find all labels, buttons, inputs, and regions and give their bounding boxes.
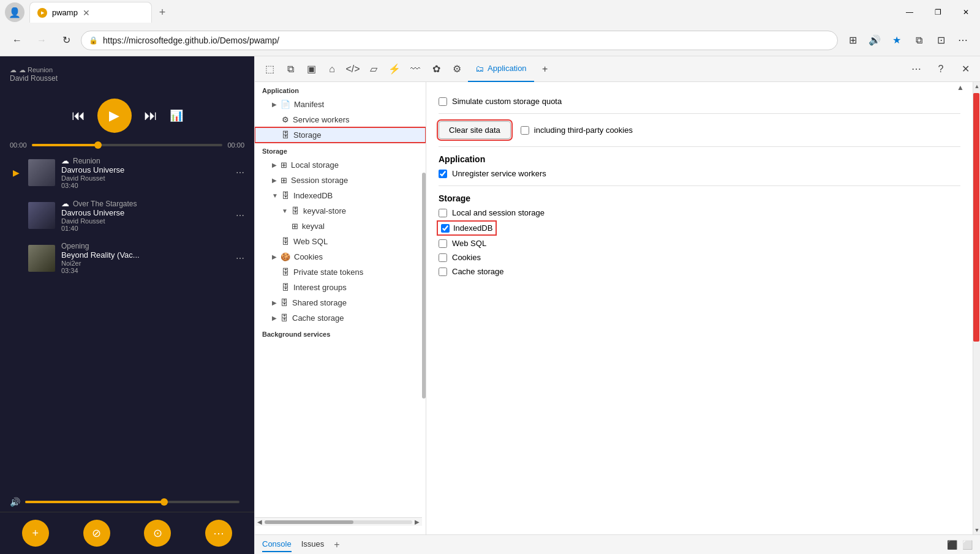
sidebar-item-local-storage[interactable]: ▶ ⊞ Local storage	[255, 157, 426, 173]
workspaces-btn[interactable]: ⊡	[931, 31, 951, 50]
storage-icon: 🗄	[282, 130, 290, 140]
track-menu-btn[interactable]: ⋯	[236, 168, 244, 178]
more-btn[interactable]: ⋯	[205, 520, 232, 547]
back-btn[interactable]: ←	[7, 31, 27, 50]
shared-storage-icon: 🗄	[281, 298, 288, 307]
indexeddb-checkbox[interactable]	[441, 224, 450, 233]
elements-tool-btn[interactable]: </>	[343, 59, 363, 79]
add-panel-btn[interactable]: +	[535, 59, 555, 79]
unregister-workers-checkbox[interactable]	[439, 170, 447, 178]
tab-console[interactable]: Console	[262, 537, 292, 552]
track-menu-btn[interactable]: ⋯	[236, 211, 244, 220]
cookies-checkbox[interactable]	[439, 253, 447, 262]
tab-application[interactable]: 🗂 Application	[468, 56, 534, 82]
scroll-up-arrow[interactable]: ▲	[957, 83, 964, 92]
service-workers-icon: ⚙	[282, 115, 289, 124]
settings-tool-btn[interactable]: ⚙	[447, 59, 467, 79]
sidebar-item-cache-storage[interactable]: ▶ 🗄 Cache storage	[255, 310, 426, 326]
dock-btn[interactable]: ⬛	[947, 540, 957, 550]
local-storage-icon: ⊞	[281, 160, 287, 170]
undock-btn[interactable]: ⬜	[962, 540, 973, 550]
network-tool-btn[interactable]: 〰	[405, 59, 425, 79]
list-item[interactable]: ▶ ☁ Reunion Davrous Universe David Rouss…	[5, 151, 249, 194]
tab-issues[interactable]: Issues	[301, 537, 325, 552]
sidebar-item-session-storage[interactable]: ▶ ⊞ Session storage	[255, 173, 426, 188]
scroll-down-btn[interactable]: ▼	[973, 526, 980, 534]
cache-storage-label: Cache storage	[452, 267, 504, 276]
scrollbar-thumb[interactable]	[973, 93, 979, 342]
scroll-left-btn[interactable]: ◀	[257, 518, 262, 525]
browser-tab[interactable]: pwamp ✕	[29, 2, 152, 23]
next-btn[interactable]: ⏭	[144, 108, 157, 124]
sidebar-label: Storage	[293, 130, 322, 140]
sidebar-item-manifest[interactable]: ▶ 📄 Manifest	[255, 97, 426, 112]
list-item[interactable]: ▶ ☁ Over The Stargates Davrous Universe …	[5, 194, 249, 237]
sidebar-item-indexeddb[interactable]: ▼ 🗄 IndexedDB	[255, 188, 426, 203]
sidebar-item-keyval-store[interactable]: ▼ 🗄 keyval-store	[255, 203, 426, 219]
close-window-btn[interactable]: ✕	[952, 2, 980, 22]
track-play-icon: ▶	[10, 253, 22, 263]
forward-btn[interactable]: →	[32, 31, 51, 50]
include-cookies-checkbox[interactable]	[521, 126, 529, 135]
home-tool-btn[interactable]: ⌂	[322, 59, 342, 79]
waveform-icon: 📊	[170, 109, 183, 122]
sidebar-item-shared-storage[interactable]: ▶ 🗄 Shared storage	[255, 295, 426, 310]
maximize-btn[interactable]: ❐	[924, 2, 952, 22]
performance-tool-btn[interactable]: ✿	[426, 59, 446, 79]
cache-storage-checkbox[interactable]	[439, 268, 447, 276]
expand-icon: ▶	[272, 253, 277, 260]
sidebar-item-cookies[interactable]: ▶ 🍪 Cookies	[255, 249, 426, 264]
shuffle-btn[interactable]: ⊘	[83, 520, 110, 547]
sidebar-item-interest-groups[interactable]: 🗄 Interest groups	[255, 280, 426, 295]
sources-tool-btn[interactable]: ⚡	[385, 59, 404, 79]
url-text: https://microsoftedge.github.io/Demos/pw…	[103, 36, 830, 45]
track-artist: David Rousset	[61, 217, 230, 225]
track-cloud-icon: ☁	[61, 156, 69, 165]
tab-close-btn[interactable]: ✕	[83, 8, 90, 18]
track-menu-btn[interactable]: ⋯	[236, 253, 244, 263]
sidebar-item-keyval[interactable]: ⊞ keyval	[255, 219, 426, 234]
devtools-help-btn[interactable]: ?	[931, 59, 951, 79]
repeat-btn[interactable]: ⊙	[144, 520, 171, 547]
track-title: Beyond Reality (Vac...	[61, 250, 230, 260]
now-playing-artist: David Rousset	[10, 74, 244, 83]
progress-bar[interactable]	[32, 144, 223, 146]
application-tab-label: Application	[488, 64, 527, 73]
add-panel-bottom-btn[interactable]: +	[334, 539, 339, 550]
scroll-right-btn[interactable]: ▶	[415, 518, 420, 525]
local-session-checkbox[interactable]	[439, 209, 447, 217]
sidebar-item-private-state[interactable]: 🗄 Private state tokens	[255, 264, 426, 280]
track-play-icon: ▶	[10, 211, 22, 220]
sidebar-item-service-workers[interactable]: ⚙ Service workers	[255, 112, 426, 127]
add-track-btn[interactable]: +	[22, 520, 49, 547]
sidebar-item-storage[interactable]: 🗄 Storage	[255, 127, 426, 143]
volume-slider[interactable]	[25, 501, 239, 503]
web-sql-checkbox[interactable]	[439, 239, 447, 248]
refresh-btn[interactable]: ↻	[56, 31, 76, 50]
simulate-quota-checkbox[interactable]	[439, 97, 447, 106]
split-view-btn[interactable]: ⧉	[909, 31, 929, 50]
read-aloud-btn[interactable]: 🔊	[865, 31, 884, 50]
split-tabs-btn[interactable]: ⊞	[843, 31, 862, 50]
scroll-up-btn[interactable]: ▲	[973, 82, 980, 91]
sidebar-label: Manifest	[294, 100, 324, 109]
expand-icon: ▼	[272, 192, 278, 199]
sidebar-item-web-sql[interactable]: 🗄 Web SQL	[255, 234, 426, 249]
url-bar[interactable]: 🔒 https://microsoftedge.github.io/Demos/…	[81, 31, 838, 50]
list-item[interactable]: ▶ Opening Beyond Reality (Vac... Noi2er …	[5, 237, 249, 279]
drawer-btn[interactable]: ▣	[301, 59, 321, 79]
inspect-element-btn[interactable]: ⬚	[260, 59, 279, 79]
more-options-btn[interactable]: ⋯	[953, 31, 973, 50]
console-tool-btn[interactable]: ▱	[364, 59, 383, 79]
play-pause-btn[interactable]: ▶	[97, 99, 132, 133]
favorites-btn[interactable]: ★	[887, 31, 907, 50]
minimize-btn[interactable]: —	[895, 2, 924, 22]
device-mode-btn[interactable]: ⧉	[281, 59, 300, 79]
devtools-close-btn[interactable]: ✕	[956, 59, 975, 79]
track-title: Davrous Universe	[61, 208, 230, 217]
devtools-more-btn[interactable]: ⋯	[907, 59, 926, 79]
sidebar-label: Cookies	[294, 252, 323, 261]
prev-btn[interactable]: ⏮	[72, 108, 85, 124]
clear-site-data-btn[interactable]: Clear site data	[439, 121, 511, 139]
new-tab-btn[interactable]: +	[152, 2, 173, 23]
